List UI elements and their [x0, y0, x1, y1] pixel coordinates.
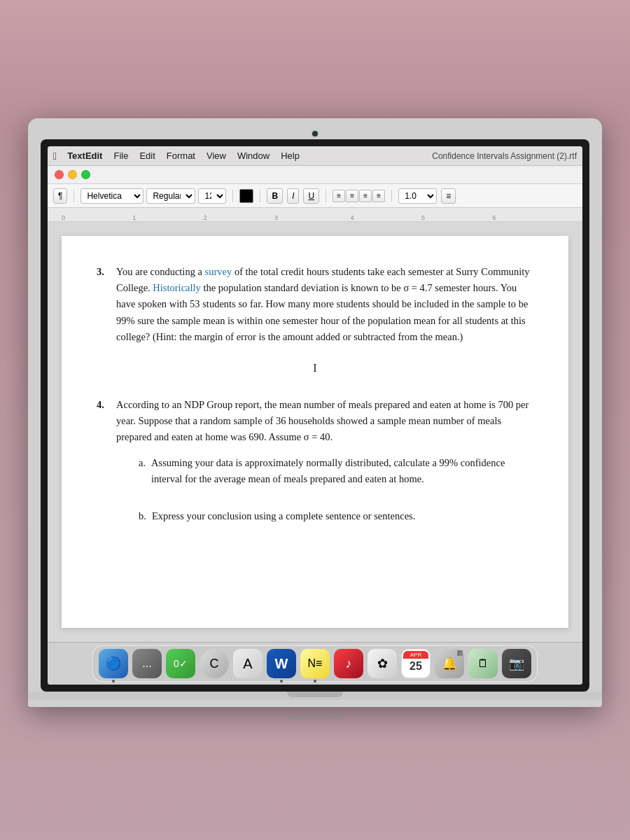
align-right-button[interactable]: ≡	[359, 190, 372, 202]
ruler-mark-1: 1	[132, 214, 136, 221]
dock-finder[interactable]: 🔵	[99, 649, 128, 678]
align-justify-button[interactable]: ≡	[372, 190, 385, 202]
launchpad-icon: ...	[142, 657, 151, 670]
question-3-text: You are conducting a survey of the total…	[116, 264, 533, 345]
question-4b-text: Express your conclusion using a complete…	[152, 508, 415, 524]
calendar-month: APR	[403, 651, 428, 659]
dock-siri[interactable]: 0✓	[166, 649, 195, 678]
notification-icon: 🔔	[442, 656, 457, 671]
align-left-button[interactable]: ≡	[332, 190, 345, 202]
menu-textedit[interactable]: TextEdit	[62, 149, 107, 162]
document-title: Confidence Intervals Assignment (2).rtf	[432, 151, 577, 161]
italic-button[interactable]: I	[287, 188, 299, 204]
dock-photos[interactable]: ✿	[368, 649, 397, 678]
cursor-area[interactable]: I	[313, 362, 316, 374]
ruler-mark-3: 3	[274, 214, 278, 221]
underline-button[interactable]: U	[303, 188, 319, 204]
ruler-mark-6: 6	[492, 214, 496, 221]
finder-icon: 🔵	[106, 656, 121, 671]
dock-extra-1[interactable]: 🗒	[468, 649, 498, 678]
macbook-label: MacBook Air	[288, 711, 342, 722]
finder-dot	[112, 680, 115, 682]
question-3-number: 3.	[97, 264, 112, 345]
word-dot	[280, 680, 283, 682]
photos-icon: ✿	[377, 656, 388, 671]
ruler: 0 1 2 3 4 5 6	[48, 208, 582, 222]
maximize-button[interactable]	[81, 170, 90, 179]
ruler-mark-4: 4	[351, 214, 354, 221]
list-button[interactable]: ≡	[441, 188, 456, 204]
menu-help[interactable]: Help	[276, 149, 304, 162]
question-4-number: 4.	[97, 397, 112, 446]
document-area[interactable]: 3. You are conducting a survey of the to…	[48, 222, 582, 642]
formatting-toolbar: ¶ Helvetica Regular 12 B	[48, 184, 582, 208]
paragraph-style-section: ¶	[53, 188, 67, 204]
extra-1-icon: 🗒	[477, 657, 489, 670]
line-spacing-select[interactable]: 1.0	[398, 188, 437, 204]
dock-word-a[interactable]: A	[233, 649, 262, 678]
notes-icon: N≡	[308, 657, 323, 670]
paragraph-style-button[interactable]: ¶	[53, 188, 67, 204]
laptop-frame:  TextEdit File Edit Format View Window …	[28, 118, 602, 707]
screen-bezel:  TextEdit File Edit Format View Window …	[41, 139, 589, 692]
question-4a-text: Assuming your data is approximately norm…	[151, 455, 533, 487]
menu-view[interactable]: View	[202, 149, 231, 162]
question-4b-letter: b.	[139, 508, 146, 524]
menu-edit[interactable]: Edit	[134, 149, 160, 162]
question-4a-row: a. Assuming your data is approximately n…	[139, 455, 533, 487]
word-icon: W	[275, 656, 288, 672]
toolbar-separator-5	[391, 190, 392, 202]
minimize-button[interactable]	[68, 170, 77, 179]
window-controls-bar	[48, 166, 582, 184]
dock-music[interactable]: ♪	[334, 649, 363, 678]
ruler-mark-0: 0	[62, 214, 65, 221]
font-section: Helvetica Regular 12	[80, 188, 226, 204]
dock-calendar[interactable]: APR 25	[401, 649, 430, 678]
dock-launchpad[interactable]: ...	[132, 649, 162, 678]
question-4b-row: b. Express your conclusion using a compl…	[139, 508, 533, 524]
siri-icon: 0✓	[174, 658, 188, 669]
question-3: 3. You are conducting a survey of the to…	[97, 264, 533, 377]
question-4-text: According to an NDP Group report, the me…	[116, 397, 533, 446]
question-4: 4. According to an NDP Group report, the…	[97, 397, 533, 525]
camera-dot	[312, 131, 318, 136]
toolbar-separator-1	[74, 190, 74, 202]
dock-spotlight[interactable]: C	[200, 649, 229, 678]
ruler-marks: 0 1 2 3 4 5 6	[62, 210, 568, 221]
alignment-buttons: ≡ ≡ ≡ ≡	[332, 190, 385, 202]
toolbar-separator-2	[232, 190, 233, 202]
close-button[interactable]	[55, 170, 64, 179]
spotlight-icon: C	[210, 657, 219, 671]
font-family-select[interactable]: Helvetica	[80, 188, 144, 204]
question-4a-letter: a.	[139, 455, 146, 487]
menu-file[interactable]: File	[108, 149, 133, 162]
screen:  TextEdit File Edit Format View Window …	[48, 146, 582, 685]
bold-button[interactable]: B	[267, 188, 283, 204]
question-4a: a. Assuming your data is approximately n…	[139, 455, 533, 487]
dock-notes[interactable]: N≡	[300, 649, 330, 678]
dock: 🔵 ... 0✓ C	[92, 645, 538, 682]
font-style-select[interactable]: Regular	[146, 188, 195, 204]
question-4b: b. Express your conclusion using a compl…	[139, 508, 533, 524]
highlight-historically: Historically	[153, 282, 200, 293]
align-center-button[interactable]: ≡	[346, 190, 358, 202]
facetime-icon: 📷	[509, 656, 524, 671]
calendar-day: 25	[403, 659, 428, 674]
toolbar-separator-4	[326, 190, 326, 202]
laptop-notch	[287, 692, 343, 697]
dock-word[interactable]: W	[267, 649, 296, 678]
text-color-picker[interactable]	[239, 189, 253, 203]
menu-format[interactable]: Format	[162, 149, 200, 162]
document-page[interactable]: 3. You are conducting a survey of the to…	[62, 236, 568, 628]
toolbar-separator-3	[260, 190, 260, 202]
menu-bar:  TextEdit File Edit Format View Window …	[48, 146, 582, 166]
font-size-select[interactable]: 12	[198, 188, 226, 204]
apple-menu-icon[interactable]: 	[53, 150, 57, 162]
notes-dot	[314, 680, 316, 682]
menu-window[interactable]: Window	[232, 149, 274, 162]
ruler-mark-2: 2	[204, 214, 207, 221]
dock-facetime[interactable]: 📷	[502, 649, 531, 678]
dock-area: 🔵 ... 0✓ C	[48, 642, 582, 685]
music-icon: ♪	[346, 657, 352, 671]
dock-notification[interactable]: 🔔	[435, 649, 464, 678]
